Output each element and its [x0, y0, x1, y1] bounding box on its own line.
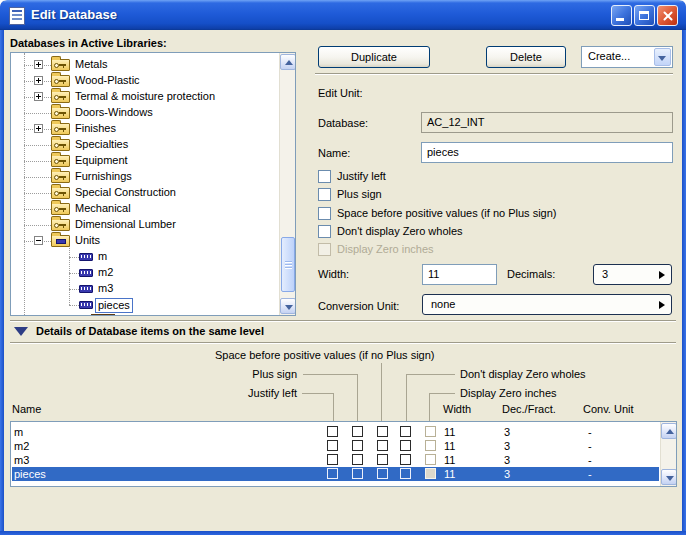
table-row-m3[interactable]: m3113- [11, 453, 676, 467]
cell-checkbox[interactable] [327, 426, 338, 437]
tree-item-furnishings[interactable]: Furnishings [11, 169, 276, 185]
table-scrollbar[interactable] [660, 422, 676, 486]
window-icon [9, 7, 25, 25]
table-row-m[interactable]: m113- [11, 425, 676, 439]
tree-scroll-down-button[interactable] [280, 298, 296, 314]
arrow-up-icon [285, 60, 293, 65]
tree-connector-line [24, 177, 53, 178]
tree-item-m2[interactable]: m2 [11, 265, 276, 281]
database-folder-icon [51, 59, 70, 71]
callout-line [406, 374, 455, 375]
database-folder-icon [51, 123, 70, 135]
cell-checkbox[interactable] [327, 440, 338, 451]
cell-checkbox[interactable] [400, 440, 411, 451]
tree-scrollbar[interactable] [279, 53, 295, 315]
tree-item-label: RoofMaker 2.1 [123, 314, 195, 316]
callout-plus-sign: Plus sign [200, 368, 297, 380]
tree-item-dimensional-lumber[interactable]: Dimensional Lumber [11, 217, 276, 233]
tree-item-label: Special Construction [75, 186, 176, 199]
tree-item-metals[interactable]: Metals [11, 57, 276, 73]
window-title: Edit Database [31, 7, 117, 22]
callout-display-zero: Display Zero inches [460, 387, 557, 399]
cell-conv-unit: - [588, 468, 592, 480]
tree-item-equipment[interactable]: Equipment [11, 153, 276, 169]
create-dropdown-button[interactable] [654, 48, 671, 66]
table-row-pieces[interactable]: pieces113- [11, 467, 676, 481]
tree-item-termal-moisture-protection[interactable]: Termal & moisture protection [11, 89, 276, 105]
create-dropdown[interactable]: Create... [581, 46, 673, 68]
checkbox-justify-left[interactable] [318, 170, 331, 183]
cell-checkbox[interactable] [352, 440, 363, 451]
unit-ruler-icon [79, 285, 93, 293]
title-bar[interactable]: Edit Database [0, 0, 686, 30]
cell-checkbox[interactable] [400, 454, 411, 465]
checkbox-space-before-positive-values-if-no-plus-sign-[interactable] [318, 207, 331, 220]
unit-ruler-icon [79, 253, 93, 261]
tree-item-roofmaker-2-1[interactable]: RoofMaker 2.1 [11, 313, 276, 316]
tree-scroll-thumb[interactable] [281, 237, 295, 292]
expand-plus-icon[interactable] [34, 92, 43, 101]
expand-plus-icon[interactable] [34, 124, 43, 133]
tree-item-special-construction[interactable]: Special Construction [11, 185, 276, 201]
callout-line [357, 374, 358, 421]
decimals-popup[interactable]: 3 [593, 264, 672, 285]
tree-scroll-up-button[interactable] [280, 54, 296, 70]
cell-checkbox[interactable] [327, 468, 338, 479]
cell-dec-fract: 3 [504, 468, 510, 480]
name-field[interactable]: pieces [421, 142, 673, 163]
tree-item-wood-plastic[interactable]: Wood-Plastic [11, 73, 276, 89]
expand-plus-icon[interactable] [34, 76, 43, 85]
tree-item-m[interactable]: m [11, 249, 276, 265]
tree-item-finishes[interactable]: Finishes [11, 121, 276, 137]
cell-width: 11 [444, 440, 455, 452]
database-field: AC_12_INT [421, 112, 673, 133]
cell-checkbox [425, 468, 436, 479]
cell-checkbox[interactable] [377, 440, 388, 451]
cell-checkbox[interactable] [352, 454, 363, 465]
tree-connector-line [24, 113, 53, 114]
toolbar-separator [315, 73, 673, 75]
tree-item-doors-windows[interactable]: Doors-Windows [11, 105, 276, 121]
tree-item-label: m [98, 250, 107, 263]
tree-item-label: Units [75, 234, 100, 247]
cell-checkbox[interactable] [352, 468, 363, 479]
table-scroll-up-button[interactable] [661, 423, 677, 439]
minimize-button[interactable] [611, 5, 632, 26]
conversion-unit-label: Conversion Unit: [318, 300, 399, 312]
table-row-m2[interactable]: m2113- [11, 439, 676, 453]
conversion-unit-popup[interactable]: none [422, 294, 672, 315]
tree-item-m3[interactable]: m3 [11, 281, 276, 297]
cell-checkbox[interactable] [377, 454, 388, 465]
details-header: Details of Database items on the same le… [36, 325, 264, 337]
collapse-minus-icon[interactable] [34, 236, 43, 245]
table-scroll-down-button[interactable] [661, 469, 677, 485]
name-label: Name: [318, 147, 350, 159]
cell-width: 11 [444, 468, 455, 480]
close-button[interactable] [657, 5, 678, 26]
maximize-button[interactable] [634, 5, 655, 26]
cell-checkbox[interactable] [400, 426, 411, 437]
details-collapse-icon[interactable] [14, 327, 28, 336]
cell-checkbox[interactable] [377, 426, 388, 437]
width-field[interactable]: 11 [422, 264, 497, 285]
tree-caption: Databases in Active Libraries: [10, 37, 167, 49]
checkbox-don-t-display-zero-wholes[interactable] [318, 225, 331, 238]
database-folder-icon [51, 107, 70, 119]
duplicate-button[interactable]: Duplicate [318, 46, 430, 68]
tree-connector-line [24, 145, 53, 146]
expand-plus-icon[interactable] [34, 60, 43, 69]
cell-checkbox[interactable] [327, 454, 338, 465]
delete-button[interactable]: Delete [486, 46, 566, 68]
cell-checkbox[interactable] [377, 468, 388, 479]
cell-checkbox[interactable] [400, 468, 411, 479]
cell-checkbox[interactable] [352, 426, 363, 437]
tree-item-specialties[interactable]: Specialties [11, 137, 276, 153]
callout-space-before: Space before positive values (if no Plus… [215, 349, 435, 361]
tree-item-mechanical[interactable]: Mechanical [11, 201, 276, 217]
tree-item-pieces[interactable]: pieces [11, 297, 276, 313]
checkbox-plus-sign[interactable] [318, 188, 331, 201]
cell-dec-fract: 3 [504, 426, 510, 438]
units-folder-icon [51, 235, 70, 247]
details-table: m113-m2113-m3113-pieces113- [10, 421, 677, 487]
tree-item-units[interactable]: Units [11, 233, 276, 249]
